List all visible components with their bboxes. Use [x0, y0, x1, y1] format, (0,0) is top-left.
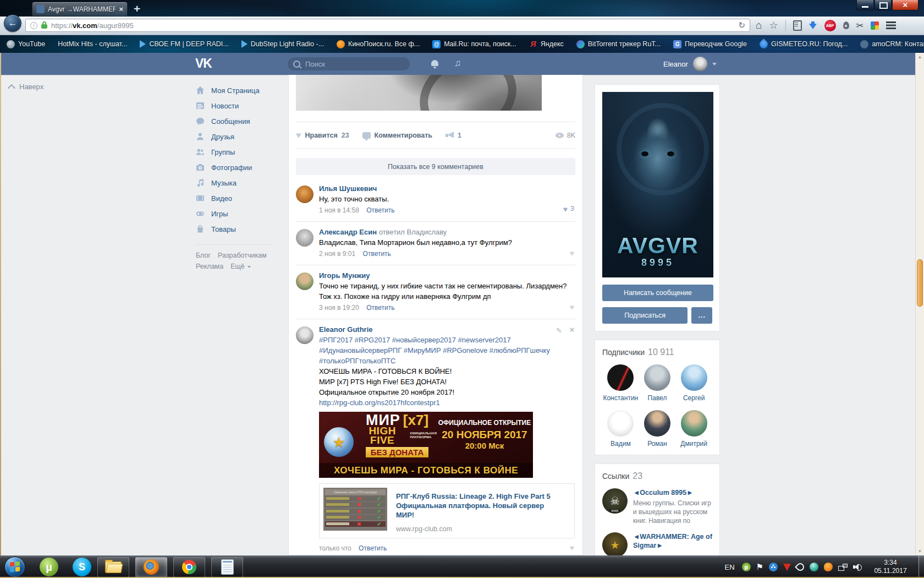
skype-icon[interactable]: S — [73, 558, 91, 576]
bookmark-youtube[interactable]: YouTube — [7, 40, 45, 48]
sidebar-item-news[interactable]: Новости — [196, 98, 278, 113]
reading-list-icon[interactable] — [793, 20, 802, 31]
footer-link-developers[interactable]: Разработчикам — [218, 252, 267, 259]
scissors-icon[interactable]: ✂ — [856, 20, 864, 31]
avatar[interactable] — [296, 326, 314, 344]
explorer-taskbar-button[interactable] — [97, 557, 129, 577]
reply-link[interactable]: Ответить — [366, 304, 394, 312]
followers-header[interactable]: Подписчики10 911 — [602, 347, 712, 357]
sidebar-item-my-page[interactable]: Моя Страница — [196, 83, 278, 98]
app-orb-tray-icon[interactable] — [810, 563, 818, 571]
reply-link[interactable]: Ответить — [366, 206, 394, 214]
comment-like-button[interactable] — [570, 544, 574, 552]
notepad-taskbar-button[interactable] — [211, 557, 243, 577]
send-message-button[interactable]: Написать сообщение — [602, 285, 713, 301]
drop-extension-icon[interactable] — [843, 21, 849, 29]
avast-tray-icon[interactable] — [824, 563, 833, 571]
delete-icon[interactable] — [570, 325, 574, 335]
scrollbar-thumb[interactable] — [917, 259, 923, 307]
subscribe-button[interactable]: Подписаться — [602, 307, 688, 324]
bookmark-mailru[interactable]: Mail.Ru: почта, поиск... — [432, 40, 516, 48]
minimize-button[interactable] — [856, 0, 874, 10]
sidebar-item-messages[interactable]: Сообщения — [196, 113, 278, 129]
reload-icon[interactable]: ↻ — [738, 20, 745, 30]
sidebar-item-photos[interactable]: Фотографии — [196, 160, 278, 175]
avatar[interactable] — [296, 186, 314, 203]
link-title[interactable]: ◄Occulum 8995► — [633, 488, 712, 497]
back-button[interactable]: ← — [4, 14, 21, 32]
back-to-top-button[interactable]: Наверх — [9, 83, 43, 91]
follower-item[interactable]: Вадим — [602, 410, 639, 448]
page-scrollbar[interactable]: ▲ ▼ — [915, 53, 924, 555]
post-photo[interactable] — [296, 75, 542, 111]
link-attachment[interactable]: Сравнение Java и PTS платформ ✖✔ ✖✔ ✖✔ ✖… — [319, 483, 575, 538]
menu-icon[interactable] — [886, 21, 896, 29]
avatar[interactable] — [296, 229, 314, 247]
sidebar-item-video[interactable]: Видео — [196, 190, 278, 206]
comment-like-button[interactable] — [570, 303, 574, 311]
reply-link[interactable]: Ответить — [363, 250, 391, 258]
reply-link[interactable]: Ответить — [359, 544, 387, 552]
comment-like-button[interactable]: 3 — [563, 204, 574, 214]
hashtags-line[interactable]: #РПГ2017 #RPG2017 #новыйсервер2017 #news… — [319, 335, 575, 345]
new-tab-button[interactable]: + — [134, 2, 140, 15]
follower-item[interactable]: Константин — [602, 364, 639, 402]
firefox-taskbar-button[interactable] — [135, 557, 167, 577]
browser-tab[interactable]: Avgvr →WARHAMMER 40000 × — [32, 2, 128, 16]
satellite-tray-icon[interactable] — [795, 561, 806, 572]
bookmark-star-icon[interactable]: ☆ — [769, 19, 778, 31]
footer-link-ads[interactable]: Реклама — [196, 263, 223, 270]
edit-icon[interactable] — [556, 326, 562, 335]
messenger-tray-icon[interactable] — [769, 563, 778, 571]
bookmark-bittorrent[interactable]: BitTorrent трекер RuT... — [576, 40, 661, 48]
user-menu[interactable]: Eleanor — [663, 53, 717, 75]
utorrent-tray-icon[interactable] — [742, 563, 751, 571]
network-icon[interactable] — [838, 564, 848, 571]
sidebar-item-market[interactable]: Товары — [196, 221, 278, 237]
like-button[interactable]: Нравится 23 — [296, 132, 349, 139]
group-cover-image[interactable]: AVGVR 8995 — [602, 92, 713, 277]
sidebar-item-groups[interactable]: Группы — [196, 144, 278, 160]
comment-button[interactable]: Комментировать — [362, 132, 432, 139]
close-button[interactable] — [892, 0, 919, 10]
hashtags-line[interactable]: #толькоРПГтолькоПТС — [319, 356, 575, 366]
downloads-icon[interactable] — [809, 21, 817, 30]
footer-link-blog[interactable]: Блог — [196, 252, 211, 259]
comment-author[interactable]: Игорь Мунжиу — [319, 271, 370, 280]
bookmark-dubstep[interactable]: DubStep Light Radio -... — [241, 40, 324, 48]
action-center-flag-icon[interactable] — [756, 562, 763, 572]
bookmark-gismeteo[interactable]: GISMETEO.RU: Погод... — [760, 40, 848, 48]
extensions-grid-icon[interactable] — [871, 21, 879, 30]
show-desktop-button[interactable] — [919, 556, 924, 578]
hashtags-line[interactable]: #ИдунановыйсерверРПГ #МируМИР #RPGonelov… — [319, 346, 575, 355]
sidebar-item-friends[interactable]: Друзья — [196, 129, 278, 144]
link-item[interactable]: ◄WARHAMMER: Age of Sigmar► — [602, 532, 712, 558]
bookmark-yandex[interactable]: Яндекс — [529, 40, 564, 48]
language-indicator[interactable]: EN — [724, 563, 734, 571]
utorrent-icon[interactable]: µ — [40, 558, 58, 576]
share-button[interactable]: 1 — [446, 132, 461, 139]
taskbar-clock[interactable]: 3:34 05.11.2017 — [870, 559, 911, 575]
link-title[interactable]: ◄WARHAMMER: Age of Sigmar► — [633, 532, 712, 550]
notifications-bell-icon[interactable] — [431, 60, 438, 66]
follower-item[interactable]: Павел — [639, 364, 676, 402]
page-info-icon[interactable] — [30, 22, 37, 29]
avatar[interactable] — [296, 272, 314, 290]
bookmark-hotmix[interactable]: HotMix Hits - слушат... — [58, 40, 127, 48]
adblock-plus-icon[interactable]: ABP — [824, 20, 836, 31]
bookmark-kinopoisk[interactable]: КиноПоиск.ru. Все ф... — [337, 40, 420, 48]
sidebar-item-games[interactable]: Игры — [196, 206, 278, 221]
sidebar-item-music[interactable]: Музыка — [196, 175, 278, 190]
search-box[interactable] — [288, 57, 410, 70]
scroll-up-arrow[interactable]: ▲ — [916, 53, 924, 61]
footer-link-more[interactable]: Ещё — [230, 263, 245, 270]
links-header[interactable]: Ссылки23 — [602, 471, 712, 481]
vk-logo[interactable]: VK — [195, 56, 212, 71]
volume-icon[interactable] — [853, 563, 862, 571]
music-note-icon[interactable] — [454, 58, 461, 69]
comment-author[interactable]: Eleanor Guthrie — [319, 325, 373, 334]
external-link[interactable]: http://rpg-club.org/ns2017hfcontestpr1 — [319, 398, 575, 407]
comment-like-button[interactable] — [570, 249, 574, 257]
follower-item[interactable]: Роман — [639, 410, 676, 448]
follower-item[interactable]: Сергей — [675, 364, 712, 402]
